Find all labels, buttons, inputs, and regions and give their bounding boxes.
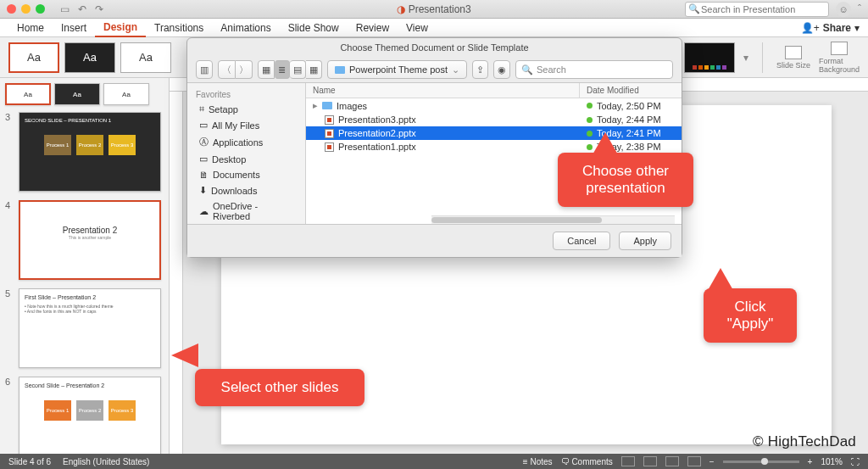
cloud-icon: ☁: [199, 206, 209, 217]
window-titlebar: ▭ ↶ ↷ ◑ Presentation3 🔍 ☺ ˆ: [0, 0, 868, 19]
sidebar-item-setapp[interactable]: ⌗Setapp: [187, 101, 305, 117]
variants-more-icon[interactable]: ▾: [740, 52, 752, 64]
callout-arrow-icon: [592, 132, 619, 156]
dialog-title: Choose Themed Document or Slide Template: [187, 38, 682, 57]
format-background-button[interactable]: Format Background: [819, 42, 860, 74]
theme-option-3[interactable]: Aa: [120, 42, 171, 73]
view-icons-button[interactable]: ▦: [258, 60, 275, 79]
slide-thumb-5[interactable]: First Slide – Presentation 2 • Note how …: [19, 288, 161, 368]
slide-size-button[interactable]: Slide Size: [773, 46, 814, 70]
file-row-presentation1[interactable]: Presentation1.pptx Today, 2:38 PM: [306, 140, 682, 154]
fit-to-window-button[interactable]: ⛶: [851, 457, 860, 466]
app-icon: ⌗: [199, 103, 204, 114]
save-icon[interactable]: ▭: [60, 3, 70, 15]
pptx-file-icon: [325, 129, 334, 138]
folder-icon: [335, 66, 345, 74]
callout-choose: Choose other presentation: [558, 153, 693, 207]
tab-slide-show[interactable]: Slide Show: [280, 19, 348, 37]
slide-thumbnails-panel: Aa Aa Aa 3 SECOND SLIDE – PRESENTATION 1…: [0, 78, 170, 454]
slide-number: 5: [5, 288, 14, 299]
callout-apply: Click "Apply": [704, 288, 797, 343]
sidebar-item-documents[interactable]: 🗎Documents: [187, 167, 305, 182]
undo-icon[interactable]: ↶: [78, 3, 86, 15]
slide-number: 3: [5, 112, 14, 122]
status-bar: Slide 4 of 6 English (United States) ≡ N…: [0, 454, 868, 469]
window-controls: [7, 4, 45, 14]
file-row-presentation2[interactable]: Presentation2.pptx Today, 2:41 PM: [306, 126, 682, 140]
column-header-date[interactable]: Date Modified: [580, 83, 682, 98]
ribbon-tabs: Home Insert Design Transitions Animation…: [0, 19, 868, 37]
callout-arrow-icon: [707, 268, 734, 292]
sorter-view-button[interactable]: [643, 456, 657, 466]
slide-thumb-small[interactable]: Aa: [103, 83, 149, 105]
file-row-presentation3[interactable]: Presentation3.pptx Today, 2:44 PM: [306, 113, 682, 126]
share-button[interactable]: 👤+ Share ▾: [801, 22, 860, 34]
zoom-out-button[interactable]: −: [709, 457, 715, 466]
column-header-name[interactable]: Name: [306, 83, 580, 98]
close-window-button[interactable]: [7, 4, 16, 14]
view-gallery-button[interactable]: ▦: [306, 60, 322, 79]
reading-view-button[interactable]: [665, 456, 679, 466]
tab-view[interactable]: View: [398, 19, 437, 37]
zoom-window-button[interactable]: [36, 4, 45, 14]
sidebar-item-downloads[interactable]: ⬇Downloads: [187, 182, 305, 198]
zoom-slider[interactable]: [723, 461, 799, 463]
tab-animations[interactable]: Animations: [212, 19, 279, 37]
callout-select: Select other slides: [195, 369, 364, 406]
slide-thumb-4[interactable]: Presentation 2This is another sample: [19, 200, 161, 280]
user-avatar[interactable]: ☺: [836, 2, 851, 17]
sidebar-item-onedrive-riverbed[interactable]: ☁OneDrive - Riverbed: [187, 198, 305, 224]
search-presentation-input[interactable]: [685, 2, 829, 17]
file-row-images[interactable]: ▸Images Today, 2:50 PM: [306, 98, 682, 113]
status-language[interactable]: English (United States): [63, 457, 149, 466]
view-list-button[interactable]: ≣: [275, 60, 290, 79]
cancel-button[interactable]: Cancel: [553, 232, 610, 250]
slide-thumb-6[interactable]: Second Slide – Presentation 2 Process 1P…: [19, 377, 161, 454]
documents-icon: 🗎: [199, 170, 209, 180]
notes-button[interactable]: ≡ Notes: [523, 457, 553, 466]
sync-status-icon: [587, 117, 593, 123]
location-dropdown[interactable]: Powerpoint Theme post⌄: [327, 60, 467, 79]
zoom-in-button[interactable]: +: [808, 457, 813, 466]
theme-option-2[interactable]: Aa: [64, 42, 115, 73]
tab-design[interactable]: Design: [95, 19, 146, 37]
forward-button[interactable]: 〉: [236, 60, 253, 79]
tab-home[interactable]: Home: [8, 19, 53, 37]
back-button[interactable]: 〈: [218, 60, 236, 79]
tab-review[interactable]: Review: [348, 19, 398, 37]
apply-button[interactable]: Apply: [619, 232, 671, 250]
view-columns-button[interactable]: ▤: [290, 60, 306, 79]
tab-transitions[interactable]: Transitions: [146, 19, 212, 37]
slide-thumb-3[interactable]: SECOND SLIDE – PRESENTATION 1 Process 1P…: [19, 112, 161, 192]
collapse-ribbon-icon[interactable]: ˆ: [858, 3, 861, 15]
slideshow-view-button[interactable]: [687, 456, 701, 466]
tab-insert[interactable]: Insert: [53, 19, 95, 37]
dialog-sidebar: Favorites ⌗Setapp ▭All My Files ⒶApplica…: [187, 83, 306, 224]
slide-number: 4: [5, 200, 14, 210]
slide-thumb-small[interactable]: Aa: [5, 83, 51, 105]
share-dialog-button[interactable]: ⇪: [472, 60, 488, 79]
dialog-search-input[interactable]: 🔍Search: [515, 60, 673, 79]
normal-view-button[interactable]: [621, 456, 635, 466]
sync-status-icon: [587, 103, 593, 109]
callout-arrow-icon: [171, 343, 198, 367]
comments-button[interactable]: 🗨 Comments: [561, 457, 613, 466]
slide-thumb-small[interactable]: Aa: [54, 83, 100, 105]
status-slide-count: Slide 4 of 6: [8, 457, 51, 466]
redo-icon[interactable]: ↷: [95, 3, 103, 15]
downloads-icon: ⬇: [199, 185, 207, 196]
zoom-level[interactable]: 101%: [821, 457, 843, 466]
sidebar-item-all-my-files[interactable]: ▭All My Files: [187, 117, 305, 133]
theme-option-1[interactable]: Aa: [8, 42, 59, 73]
tags-button[interactable]: ◉: [493, 60, 510, 79]
apps-icon: Ⓐ: [199, 136, 209, 148]
sidebar-item-applications[interactable]: ⒶApplications: [187, 133, 305, 151]
sidebar-toggle-button[interactable]: ▥: [196, 60, 213, 79]
sidebar-item-desktop[interactable]: ▭Desktop: [187, 151, 305, 167]
variant-option-2[interactable]: [684, 42, 735, 73]
desktop-icon: ▭: [199, 154, 208, 165]
search-icon: 🔍: [688, 3, 700, 14]
minimize-window-button[interactable]: [21, 4, 31, 14]
horizontal-scrollbar[interactable]: [431, 215, 675, 224]
slide-number: 6: [5, 377, 14, 387]
